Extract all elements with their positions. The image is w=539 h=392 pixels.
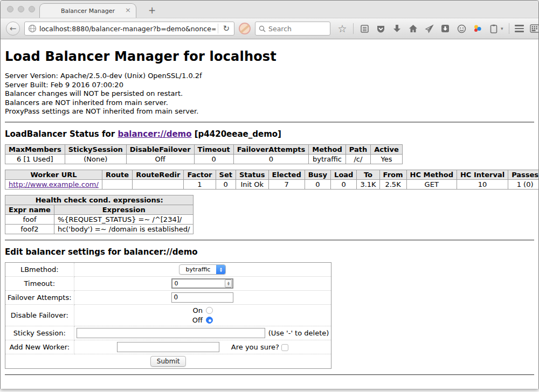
table-row: 6 [1 Used] (None) Off 0 0 bytraffic /c/ … [5, 154, 403, 164]
bookmarks-list-icon[interactable] [359, 23, 370, 34]
disable-failover-off-radio[interactable] [206, 317, 213, 324]
col-hc-method: HC Method [406, 170, 457, 179]
col-maxmembers: MaxMembers [5, 144, 65, 154]
download-box-icon[interactable] [440, 23, 451, 34]
menu-hamburger-icon[interactable] [515, 25, 524, 32]
worker-row: http://www.example.com/ 1 0 Init Ok 7 0 … [5, 179, 539, 189]
cell-failoverattempts: 0 [233, 154, 309, 164]
lbmethod-select[interactable]: bytraffic ▲▼ [179, 264, 226, 275]
clipboard-extension-icon[interactable] [488, 23, 499, 34]
url-text[interactable]: localhost:8880/balancer-manager?b=demo&n… [39, 25, 216, 33]
cell-load: 0 [331, 179, 357, 189]
pocket-icon[interactable] [375, 23, 386, 34]
tab-close-icon[interactable]: × [125, 6, 131, 14]
add-worker-field[interactable] [117, 342, 219, 352]
reload-icon[interactable]: ↻ [220, 24, 232, 33]
cell-status: Init Ok [236, 179, 268, 189]
cell-routeredir [133, 179, 184, 189]
radio-on-label: On [193, 306, 203, 314]
cell-elected: 7 [268, 179, 305, 189]
lbmethod-row: LBmethod: bytraffic ▲▼ [5, 262, 331, 276]
sticky-session-field[interactable] [77, 328, 265, 338]
tile-grid-icon[interactable] [529, 23, 539, 34]
add-worker-label: Add New Worker: [5, 340, 74, 354]
col-status: Status [236, 170, 268, 179]
search-bar[interactable] [255, 22, 330, 36]
url-bar[interactable]: localhost:8880/balancer-manager?b=demo&n… [24, 22, 234, 36]
site-identity-globe-icon[interactable] [28, 24, 37, 33]
cell-timeout: 0 [194, 154, 233, 164]
cell-hc-interval: 10 [457, 179, 508, 189]
zoom-window-button[interactable] [29, 6, 35, 12]
col-timeout: Timeout [194, 144, 233, 154]
plugin-blocked-icon[interactable] [239, 23, 251, 34]
persist-notice-line: Balancer changes will NOT be persisted o… [5, 89, 534, 99]
health-row-foof2: foof2 hc('body') =~ /domain is establish… [5, 224, 194, 234]
col-set: Set [216, 170, 236, 179]
balancer-demo-link[interactable]: balancer://demo [118, 129, 191, 139]
health-check-table: Health check cond. expressions: Expr nam… [5, 195, 194, 234]
cell-stickysession: (None) [65, 154, 126, 164]
smiley-icon[interactable] [456, 23, 467, 34]
col-routeredir: RouteRedir [133, 170, 184, 179]
are-you-sure-label: Are you sure? [231, 343, 279, 351]
timeout-label: Timeout: [5, 276, 74, 290]
health-title-row: Health check cond. expressions: [5, 195, 194, 205]
cell-factor: 1 [184, 179, 216, 189]
cell-method: bytraffic [309, 154, 345, 164]
lbmethod-selected-value: bytraffic [179, 266, 216, 273]
toolbar-separator-2 [509, 23, 509, 34]
edit-balancer-form: LBmethod: bytraffic ▲▼ Timeout: ▲▼ [5, 262, 331, 369]
col-active: Active [371, 144, 403, 154]
server-version-line: Server Version: Apache/2.5.0-dev (Unix) … [5, 72, 534, 81]
cell-busy: 0 [305, 179, 330, 189]
loadbalancer-status-heading: LoadBalancer Status for balancer://demo … [5, 129, 534, 139]
radio-off-label: Off [192, 316, 203, 324]
cell-expr-name: foof [5, 214, 54, 224]
disable-failover-row: Disable Failover: On Off [5, 304, 331, 326]
back-button[interactable]: ← [6, 22, 20, 36]
toolbar-separator [353, 23, 354, 34]
home-icon[interactable] [407, 23, 418, 34]
number-stepper-icon[interactable]: ▲▼ [225, 279, 232, 288]
cell-active: Yes [371, 154, 403, 164]
col-to: To [357, 170, 379, 179]
bookmark-star-icon[interactable]: ☆ [337, 23, 348, 34]
timeout-field[interactable] [172, 280, 225, 287]
col-passes: Passes [508, 170, 539, 179]
new-tab-button[interactable]: + [145, 5, 159, 16]
col-load: Load [331, 170, 357, 179]
search-input[interactable] [268, 25, 320, 33]
inherit-notice-line: Balancers are NOT inherited from main se… [5, 99, 534, 108]
cell-to: 3.1K [357, 179, 379, 189]
bottom-divider [5, 374, 534, 375]
cell-expr-name: foof2 [5, 224, 54, 234]
health-table-title: Health check cond. expressions: [5, 195, 194, 205]
col-disablefailover: DisableFailover [126, 144, 194, 154]
minimize-window-button[interactable] [18, 6, 24, 12]
sticky-session-row: Sticky Session: (Use '-' to delete) [5, 326, 331, 340]
failover-attempts-label: Failover Attempts: [5, 290, 74, 304]
are-you-sure-checkbox[interactable] [281, 344, 288, 351]
close-window-button[interactable] [7, 6, 13, 12]
send-plane-icon[interactable] [424, 23, 434, 34]
cell-maxmembers: 6 [1 Used] [5, 154, 65, 164]
disable-failover-on-radio[interactable] [206, 307, 213, 314]
worker-table: Worker URL Route RouteRedir Factor Set S… [5, 170, 539, 190]
disable-failover-label: Disable Failover: [5, 304, 74, 326]
status-heading-prefix: LoadBalancer Status for [5, 129, 118, 139]
failover-attempts-field[interactable] [171, 292, 233, 303]
tab-strip: Balancer Manager × + [1, 1, 538, 18]
tab-balancer-manager[interactable]: Balancer Manager × [39, 3, 136, 18]
table-header-row: MaxMembers StickySession DisableFailover… [5, 144, 403, 154]
colored-dots-extension-icon[interactable] [472, 23, 483, 34]
divider [5, 240, 534, 241]
downloads-icon[interactable] [391, 23, 402, 34]
submit-button[interactable]: Submit [150, 356, 186, 367]
chevron-down-icon[interactable]: ▾ [501, 26, 503, 31]
cell-expression: hc('body') =~ /domain is established/ [54, 224, 194, 234]
col-hc-interval: HC Interval [457, 170, 508, 179]
cell-disablefailover: Off [126, 154, 194, 164]
cell-set: 0 [216, 179, 236, 189]
worker-url-link[interactable]: http://www.example.com/ [9, 180, 99, 188]
